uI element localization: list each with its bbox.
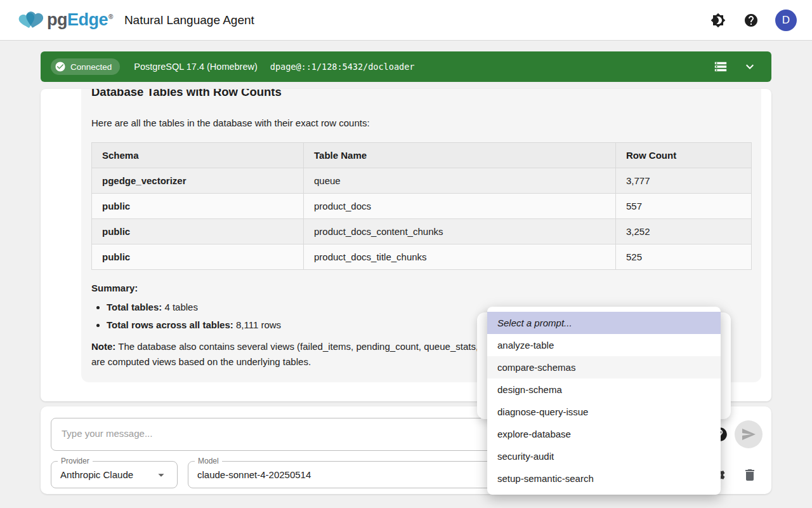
prompt-menu-item-setup-semantic-search[interactable]: setup-semantic-search [487,467,721,490]
arrow-drop-down-icon [154,468,168,482]
prompt-menu-item-design-schema[interactable]: design-schema [487,378,721,401]
send-button[interactable] [735,420,763,448]
table-row: pgedge_vectorizer queue 3,777 [92,168,752,194]
pgedge-wordmark: pgEdge® [47,10,113,30]
server-version-label: PostgreSQL 17.4 (Homebrew) [134,62,258,72]
prompt-menu-placeholder[interactable]: Select a prompt... [487,312,721,334]
app-header: pgEdge® Natural Language Agent D [0,0,812,41]
cell-row-count: 525 [616,244,752,270]
summary-item-label: Total tables: [107,302,162,312]
table-header-row: Schema Table Name Row Count [92,143,752,168]
column-header-table-name: Table Name [304,143,616,168]
summary-item-value: 8,111 rows [233,319,281,330]
model-label: Model [195,457,222,465]
message-heading: Database Tables with Row Counts [91,89,751,99]
cell-schema: public [92,244,304,270]
row-counts-table: Schema Table Name Row Count pgedge_vecto… [91,142,752,270]
page: pgEdge® Natural Language Agent D Connect… [0,0,812,508]
pgedge-logo: pgEdge® [15,8,113,32]
message-intro: Here are all the tables in the database … [91,117,751,130]
column-header-schema: Schema [92,143,304,168]
cell-row-count: 557 [616,194,752,219]
connection-status-badge: Connected [51,58,120,75]
cell-schema: public [92,219,304,244]
cell-row-count: 3,777 [616,168,752,194]
prompt-menu-item-compare-schemas[interactable]: compare-schemas [487,356,721,378]
connection-status-label: Connected [70,62,112,72]
summary-item-label: Total rows across all tables: [107,319,233,330]
cell-table-name: product_docs_title_chunks [304,244,616,270]
note-label: Note: [91,341,115,352]
prompt-menu-item-analyze-table[interactable]: analyze-table [487,334,721,356]
provider-select[interactable]: Provider Anthropic Claude [51,461,178,488]
cell-schema: public [92,194,304,219]
brand-edge: Edge [67,10,108,30]
provider-value: Anthropic Claude [60,469,133,480]
clear-chat-trash-icon[interactable] [742,467,757,483]
pgedge-logo-icon [15,8,43,32]
dark-mode-toggle-icon[interactable] [709,11,727,29]
table-row: public product_docs 557 [92,194,752,219]
cell-schema: pgedge_vectorizer [92,168,304,194]
table-row: public product_docs_title_chunks 525 [92,244,752,270]
table-row: public product_docs_content_chunks 3,252 [92,219,752,244]
prompt-select-menu: Select a prompt... analyze-table compare… [487,307,721,495]
prompt-menu-item-diagnose-query-issue[interactable]: diagnose-query-issue [487,401,721,423]
cell-row-count: 3,252 [616,219,752,244]
brand-registered-mark: ® [108,13,113,20]
cell-table-name: product_docs_content_chunks [304,219,616,244]
server-list-icon[interactable] [712,58,730,76]
note-line2: are computed views based on the underlyi… [91,356,311,367]
brand-pg: pg [47,10,67,30]
connection-string: dpage@::1/128:5432/docloader [270,62,415,72]
model-value: claude-sonnet-4-20250514 [197,469,311,480]
prompt-menu-item-explore-database[interactable]: explore-database [487,423,721,445]
send-icon [741,427,756,442]
check-circle-icon [55,61,66,72]
column-header-row-count: Row Count [616,143,752,168]
summary-item-value: 4 tables [162,302,198,312]
help-icon[interactable] [742,11,760,29]
provider-label: Provider [58,457,93,465]
chevron-down-icon[interactable] [741,58,759,76]
summary-title: Summary: [91,283,751,293]
connection-bar: Connected PostgreSQL 17.4 (Homebrew) dpa… [41,51,771,82]
user-avatar[interactable]: D [775,10,797,31]
page-title: Natural Language Agent [124,13,254,27]
cell-table-name: queue [304,168,616,194]
prompt-menu-item-security-audit[interactable]: security-audit [487,445,721,467]
cell-table-name: product_docs [304,194,616,219]
